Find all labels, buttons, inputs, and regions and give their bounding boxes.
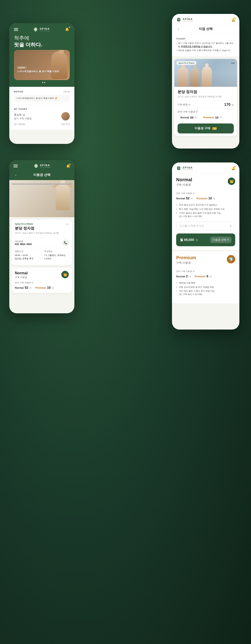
normal-remaining: Normal 52 개 (15, 286, 31, 290)
premium-title: Premium (176, 255, 196, 260)
remaining-label: 잔여 구독 이용권 수 (178, 110, 198, 114)
logo: SPINA Fit & Pilates (33, 27, 50, 32)
hero-banner[interactable]: EVENT 스피나핏앤필라테스 봄 맞이 특별 이벤트 (14, 50, 70, 80)
notice-label: NOTICE (14, 90, 23, 93)
card-ticket-select: SPINA Fit & Pilates 🔔 ‹ 이용권 선택 Spina Fit… (9, 160, 74, 313)
logo-c4: SPINA Fit & Pilates (176, 166, 193, 171)
select-ticket-button[interactable]: 이용권 선택 ↻ (210, 237, 231, 243)
premium-remaining-section: 잔여 구독 이용권 수 Normal 2 개 Premium 6 개 (176, 270, 235, 278)
p-feature-2: 전문 강사진 배정 및 바디 컨설팅 제공 (176, 285, 235, 290)
feature-2: 횟수 제한, 요일 제한, 시간 제한 없이 무제한 수강 (176, 207, 235, 212)
feature-1: 국내 최대 규모의 프리미엄 기구 필라테스 (176, 203, 235, 207)
page-title: 지점 선택 (181, 27, 230, 31)
card-ticket-detail: SPINA Fit & Pilates 🔔 Normal 구독 이용권 👑 잔여… (172, 162, 239, 330)
ticket-stock-row: 잔여 구독 이용권 수 (178, 108, 234, 115)
logo-icon-c4 (176, 166, 181, 171)
dropdown-placeholder: 강사를 선택해 주세요. (180, 224, 205, 228)
remaining-counts: Normal 52 개 Premium 10 개 (15, 286, 69, 290)
chevron-down-icon: ∨ (230, 224, 232, 228)
logo-c3: SPINA Fit & Pilates (34, 164, 51, 168)
ticket-mini-card: Normal 구독 이용권 👑 잔여 구독 이용권 수 Normal 52 개 … (12, 268, 72, 293)
branch-tag: Spina Fit & Pilates (177, 61, 196, 65)
call-button[interactable]: 📞 (62, 240, 69, 246)
instructor-dropdown[interactable]: 강사를 선택해 주세요. ∨ (176, 222, 235, 230)
ticket-label: TICKET (176, 38, 235, 40)
logo-sub-c3: Fit & Pilates (40, 167, 51, 168)
logo-text-c4: SPINA (183, 166, 193, 169)
bullet-1: 정기 구독 이용권 구매 시 프리미엄 기구 필라테스 그룹 레슨을 무제한으로… (176, 42, 235, 48)
notice-section: NOTICE See all 스피나핏앤필라테스 봄 맞이 특별 이벤트 🔥 ⋮ (14, 90, 70, 102)
menu-icon-c3[interactable] (14, 164, 18, 167)
logo-sub-c2: Fit & Pilates (183, 20, 193, 22)
ticket-footer: 정기 결제일 지점 위치 (14, 123, 70, 126)
premium-remaining-label: 잔여 구독 이용권 수 (176, 270, 235, 273)
avatar (61, 112, 70, 120)
logo-spina-c3: SPINA (40, 164, 51, 167)
normal-features: 국내 최대 규모의 프리미엄 기구 필라테스 횟수 제한, 요일 제한, 시간 … (176, 203, 235, 218)
price-display: 월 69,000 원 (180, 238, 198, 242)
lessons-label: 주요레슨 (44, 250, 69, 253)
remaining-row: Normal 52 개 Premium 10 개 (176, 196, 235, 200)
branch-more[interactable]: ••• (231, 61, 235, 65)
hours-label: 영업시간 (15, 250, 40, 253)
logo-icon-card2 (176, 17, 181, 22)
lessons-value: 7:1 그룹레슨, 듀엣레슨,1:1레슨 (44, 254, 69, 260)
notice-more: ⋮ (65, 96, 67, 100)
user-name: 홍길동 님 (14, 112, 32, 116)
premium-stock: Premium 10 개 (203, 116, 222, 119)
branch-header: SPINA Fit & Pilates 🔔 (172, 14, 239, 25)
premium-p-count: Premium 6 개 (195, 274, 212, 278)
branch-name: 분당 정자점 (178, 90, 234, 94)
price-select-row: 월 69,000 원 이용권 선택 ↻ (176, 234, 235, 246)
logo-icon-c3 (34, 164, 39, 168)
branch-addr: 경기도 성남시 분당구 정자일로 198번길 15 5층 (178, 95, 234, 98)
home-header: SPINA Fit & Pilates (9, 23, 74, 35)
notification-icon-c2[interactable]: 🔔 (231, 18, 235, 22)
dot-3[interactable] (44, 82, 45, 83)
see-all-link[interactable]: See all (63, 90, 70, 93)
premium-count-c4: Premium 10 개 (196, 196, 215, 200)
premium-normal-count: Normal 2 개 (176, 274, 191, 278)
crown-badge-c4: 👑 (228, 178, 235, 185)
my-ticket-label: MY TICKET (14, 108, 27, 110)
branch-name-c3: 분당 정자점 (15, 226, 69, 231)
branch-dots-c3: ••• (66, 223, 69, 226)
dot-1[interactable] (38, 82, 41, 83)
normal-sub: 구독 이용권 (176, 183, 192, 187)
back-button-c3[interactable]: ‹ (14, 173, 18, 177)
premium-sub: 구독 이용권 (176, 261, 196, 265)
hero-section: 척추에 핏을 더하다. EVENT 스피나핏앤필라테스 봄 맞이 특별 이벤트 (9, 35, 74, 87)
branch-tag-c3: Spina Fit & Pilates (15, 223, 69, 225)
refresh-icon: ↻ (227, 238, 229, 241)
payment-label: 정기 결제일 (14, 123, 25, 126)
p-feature-3: 개인 레슨 결제 시 횟수 추가 쿠폰 지급(단, 구독 해지 시 초기화) (176, 289, 235, 296)
logo-icon (33, 27, 38, 32)
page-title-row: ‹ 지점 선택 (172, 25, 239, 34)
notification-icon-c3[interactable]: 🔔 (66, 164, 70, 168)
back-button[interactable]: ‹ (176, 27, 181, 31)
menu-icon[interactable] (14, 28, 18, 31)
branch-card[interactable]: Spina Fit & Pilates ••• 분당 정자점 경기도 성남시 분… (174, 59, 237, 136)
ticket-card: 홍길동 님 정기 구독 이용권 (14, 112, 70, 120)
notice-item[interactable]: 스피나핏앤필라테스 봄 맞이 특별 이벤트 🔥 ⋮ (14, 95, 70, 102)
notification-icon-c4[interactable]: 🔔 (231, 166, 235, 170)
member-count-row: 구독 회원 수 170 명 (178, 100, 234, 108)
branch-body: 분당 정자점 경기도 성남시 분당구 정자일로 198번길 15 5층 구독 회… (174, 87, 237, 136)
notification-icon[interactable] (65, 27, 70, 32)
notification-dot (69, 27, 70, 28)
branch-image: Spina Fit & Pilates ••• (174, 59, 237, 87)
ticket-page-title-row: ‹ 이용권 선택 (9, 171, 74, 180)
branch-hero-image (9, 180, 74, 217)
normal-stock: Normal 20 개 (180, 116, 197, 119)
premium-ticket-section: Premium 구독 이용권 💎 잔여 구독 이용권 수 Normal 2 개 … (172, 251, 239, 303)
p-feature-1: Normal 이용 혜택 (176, 281, 235, 285)
premium-badge: 💎 (227, 255, 235, 264)
card-branch-selection: SPINA Fit & Pilates 🔔 ‹ 지점 선택 TICKET 정기 … (172, 14, 239, 148)
dot-2[interactable] (42, 82, 43, 83)
remaining-label-c4: 잔여 구독 이용권 수 (176, 192, 235, 195)
buy-button[interactable]: 이용권 구매 🎫 (178, 124, 234, 134)
phone-value: 010. 8564. 5504 (15, 243, 32, 246)
members-label: 구독 회원 수 (178, 103, 191, 106)
location-label: 지점 위치 (61, 123, 70, 126)
logo-card2: SPINA Fit & Pilates (176, 17, 193, 22)
